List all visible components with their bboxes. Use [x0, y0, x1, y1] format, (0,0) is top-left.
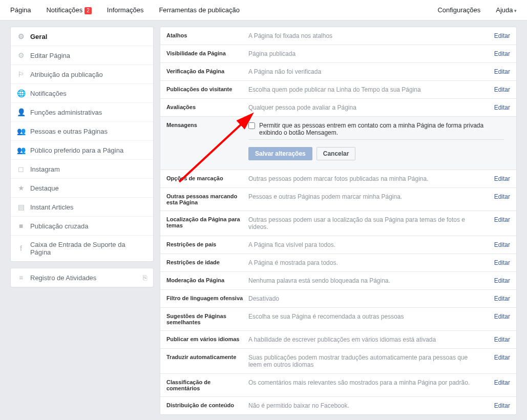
- settings-row: Publicar em vários idiomasA habilidade d…: [160, 331, 516, 349]
- sidebar-crossposting[interactable]: ■Publicação cruzada: [11, 217, 153, 236]
- settings-row-value: A habilidade de escrever publicações em …: [248, 336, 484, 343]
- settings-row-value: Escolha se sua Página é recomendada a ou…: [248, 313, 484, 320]
- settings-row-value: Nenhuma palavra está sendo bloqueada na …: [248, 277, 484, 284]
- messages-allow-checkbox-row[interactable]: Permitir que as pessoas entrem em contat…: [248, 122, 504, 140]
- sidebar-notifications-icon: 🌐: [17, 89, 25, 97]
- nav-notifications[interactable]: Notificações2: [46, 6, 91, 14]
- sidebar-notifications[interactable]: 🌐Notificações: [11, 84, 153, 103]
- edit-link[interactable]: Editar: [494, 68, 510, 75]
- sidebar-item-label: Pessoas e outras Páginas: [30, 128, 108, 135]
- edit-link[interactable]: Editar: [494, 241, 510, 248]
- settings-row-label: Classificação de comentários: [166, 379, 248, 391]
- sidebar-item-label: Publicação cruzada: [30, 222, 88, 230]
- sidebar-featured[interactable]: ★Destaque: [11, 179, 153, 198]
- edit-link[interactable]: Editar: [494, 104, 510, 111]
- sidebar-crossposting-icon: ■: [17, 222, 25, 230]
- settings-row-label: Outras pessoas marcando esta Página: [166, 193, 248, 205]
- edit-link[interactable]: Editar: [494, 193, 510, 200]
- settings-row-value: Não é permitido baixar no Facebook.: [248, 402, 484, 409]
- sidebar-post-attribution[interactable]: 🏳Atribuição da publicação: [11, 65, 153, 84]
- sidebar-post-attribution-icon: 🏳: [17, 70, 25, 78]
- sidebar-instant-articles[interactable]: ▤Instant Articles: [11, 198, 153, 217]
- settings-row: AtalhosA Página foi fixada nos atalhosEd…: [160, 27, 516, 45]
- sidebar: ⚙Geral⚙Editar Página🏳Atribuição da publi…: [10, 27, 154, 293]
- settings-row-label: Publicações do visitante: [166, 86, 248, 92]
- messages-allow-label: Permitir que as pessoas entrem em contat…: [259, 122, 504, 136]
- edit-link[interactable]: Editar: [494, 313, 510, 320]
- settings-row-label: Localização da Página para temas: [166, 216, 248, 228]
- sidebar-activity-log[interactable]: ≡Registro de Atividades⎘: [11, 268, 153, 287]
- settings-row-value: Outras pessoas podem usar a localização …: [248, 216, 484, 230]
- settings-row-label: Publicar em vários idiomas: [166, 336, 248, 342]
- edit-link[interactable]: Editar: [494, 86, 510, 93]
- settings-row-value: Suas publicações podem mostrar traduções…: [248, 354, 484, 368]
- sidebar-edit-page[interactable]: ⚙Editar Página: [11, 46, 153, 65]
- sidebar-item-label: Notificações: [30, 90, 67, 97]
- settings-row: Classificação de comentáriosOs comentári…: [160, 374, 516, 397]
- sidebar-item-label: Geral: [30, 33, 47, 40]
- sidebar-item-label: Destaque: [30, 184, 59, 192]
- settings-row: AvaliaçõesQualquer pessoa pode avaliar a…: [160, 99, 516, 117]
- sidebar-admin-roles[interactable]: 👤Funções administrativas: [11, 103, 153, 122]
- settings-row-value: A Página fica visível para todos.: [248, 241, 484, 248]
- save-changes-button[interactable]: Salvar alterações: [248, 147, 312, 160]
- settings-row-label: Distribuição de conteúdo: [166, 402, 248, 408]
- edit-link[interactable]: Editar: [494, 379, 510, 386]
- sidebar-item-label: Instagram: [30, 165, 60, 173]
- sidebar-support-inbox[interactable]: fCaixa de Entrada de Suporte da Página: [11, 236, 153, 261]
- settings-row: Sugestões de Páginas semelhantesEscolha …: [160, 308, 516, 331]
- settings-row: Distribuição de conteúdoNão é permitido …: [160, 397, 516, 414]
- sidebar-people-pages[interactable]: 👥Pessoas e outras Páginas: [11, 122, 153, 141]
- edit-link[interactable]: Editar: [494, 295, 510, 302]
- settings-row: Localização da Página para temasOutras p…: [160, 211, 516, 236]
- settings-row-label: Verificação da Página: [166, 68, 248, 74]
- sidebar-item-label: Editar Página: [30, 52, 70, 59]
- sidebar-instagram[interactable]: ◻Instagram: [11, 160, 153, 179]
- settings-row: Restrições de paísA Página fica visível …: [160, 236, 516, 254]
- settings-row-value: Outras pessoas podem marcar fotos public…: [248, 175, 484, 182]
- sidebar-instagram-icon: ◻: [17, 165, 25, 173]
- sidebar-item-label: Instant Articles: [30, 203, 74, 211]
- sidebar-item-label: Funções administrativas: [30, 109, 102, 116]
- edit-link[interactable]: Editar: [494, 336, 510, 343]
- cancel-button[interactable]: Cancelar: [317, 147, 356, 160]
- nav-page[interactable]: Página: [10, 6, 31, 14]
- settings-row-value: Desativado: [248, 295, 484, 302]
- settings-row-label: Avaliações: [166, 104, 248, 110]
- edit-link[interactable]: Editar: [494, 402, 510, 409]
- nav-info[interactable]: Informações: [107, 6, 144, 14]
- nav-publishing-tools[interactable]: Ferramentas de publicação: [159, 6, 240, 14]
- settings-row: Filtro de linguagem ofensivaDesativadoEd…: [160, 290, 516, 308]
- settings-panel: AtalhosA Página foi fixada nos atalhosEd…: [160, 27, 517, 415]
- sidebar-edit-page-icon: ⚙: [17, 51, 25, 59]
- edit-link[interactable]: Editar: [494, 216, 510, 223]
- settings-row-label: Atalhos: [166, 32, 248, 38]
- sidebar-preferred-audience-icon: 👥: [17, 146, 25, 154]
- settings-row-label: Traduzir automaticamente: [166, 354, 248, 360]
- settings-row: Verificação da PáginaA Página não foi ve…: [160, 63, 516, 81]
- edit-link[interactable]: Editar: [494, 259, 510, 266]
- settings-row-label: Sugestões de Páginas semelhantes: [166, 313, 248, 325]
- sidebar-item-label: Registro de Atividades: [30, 274, 96, 282]
- settings-row: Opções de marcaçãoOutras pessoas podem m…: [160, 170, 516, 188]
- settings-row-value: Os comentários mais relevantes são mostr…: [248, 379, 484, 386]
- nav-settings[interactable]: Configurações: [437, 6, 480, 14]
- settings-row-value: A Página é mostrada para todos.: [248, 259, 484, 266]
- sidebar-preferred-audience[interactable]: 👥Público preferido para a Página: [11, 141, 153, 160]
- messages-allow-checkbox[interactable]: [248, 122, 255, 129]
- settings-row-label: Moderação da Página: [166, 277, 248, 283]
- edit-link[interactable]: Editar: [494, 277, 510, 284]
- edit-link[interactable]: Editar: [494, 354, 510, 361]
- sidebar-featured-icon: ★: [17, 184, 25, 192]
- nav-help[interactable]: Ajuda: [496, 6, 517, 14]
- settings-row: Publicações do visitanteEscolha quem pod…: [160, 81, 516, 99]
- sidebar-item-label: Público preferido para a Página: [30, 146, 123, 154]
- sidebar-general[interactable]: ⚙Geral: [11, 27, 153, 46]
- edit-link[interactable]: Editar: [494, 50, 510, 57]
- settings-row-label: Restrições de idade: [166, 259, 248, 265]
- exit-icon: ⎘: [143, 274, 147, 282]
- edit-link[interactable]: Editar: [494, 175, 510, 182]
- sidebar-general-icon: ⚙: [17, 32, 25, 40]
- settings-row: MensagensPermitir que as pessoas entrem …: [160, 117, 516, 170]
- edit-link[interactable]: Editar: [494, 32, 510, 39]
